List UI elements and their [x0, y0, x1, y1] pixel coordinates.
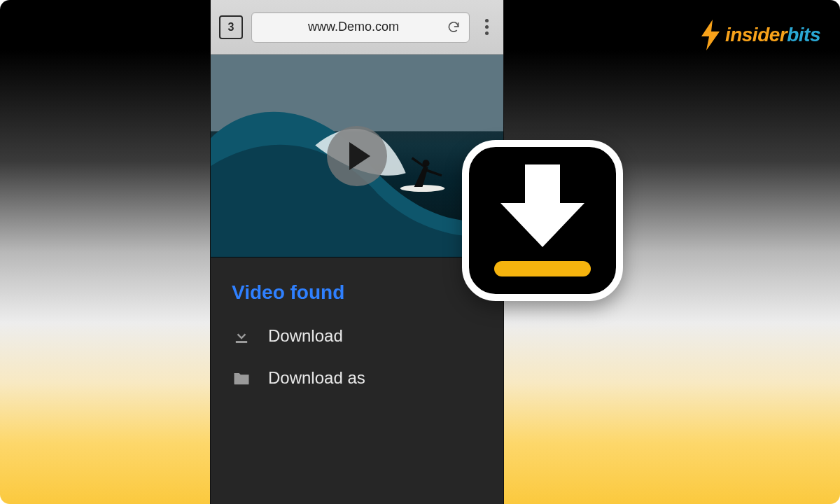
download-arrow-icon [500, 164, 584, 247]
url-bar[interactable]: www.Demo.com [251, 12, 470, 43]
download-sheet: Video found Download Download as [211, 258, 503, 504]
play-button[interactable] [327, 126, 387, 186]
download-as-row[interactable]: Download as [232, 368, 482, 388]
svg-rect-4 [236, 341, 247, 343]
folder-icon [232, 368, 251, 388]
download-label: Download [268, 326, 343, 346]
app-icon [462, 140, 623, 301]
video-thumbnail[interactable] [211, 55, 503, 258]
browser-toolbar: 3 www.Demo.com [211, 0, 503, 55]
hero-stage: insiderbits 3 www.Demo.com [0, 0, 840, 504]
url-text: www.Demo.com [308, 20, 399, 34]
tab-count-value: 3 [228, 21, 234, 34]
brand-logo: insiderbits [700, 20, 820, 50]
accent-bar [494, 261, 591, 276]
brand-word-part1: insider [725, 24, 787, 46]
play-icon [349, 142, 370, 170]
refresh-icon[interactable] [447, 20, 461, 34]
download-icon [232, 326, 251, 346]
download-row[interactable]: Download [232, 326, 482, 346]
svg-marker-0 [701, 20, 720, 50]
tab-count-chip[interactable]: 3 [219, 15, 243, 39]
bolt-icon [700, 20, 721, 50]
brand-wordmark: insiderbits [725, 24, 820, 46]
overflow-menu-icon[interactable] [478, 19, 495, 35]
sheet-title: Video found [232, 281, 482, 304]
brand-word-part2: bits [787, 24, 820, 46]
download-as-label: Download as [268, 368, 365, 388]
phone-mock: 3 www.Demo.com [210, 0, 504, 504]
